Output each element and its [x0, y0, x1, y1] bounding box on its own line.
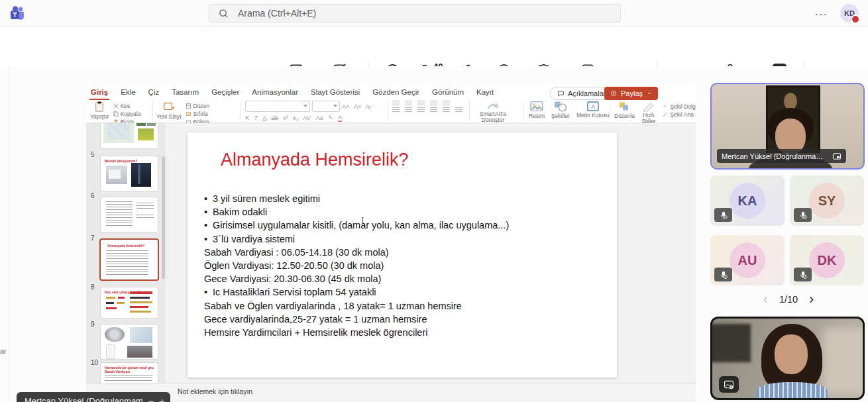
shape-outline-button[interactable]: Şekil Ana Hattı [662, 111, 696, 118]
clear-format-button[interactable]: A̷ [366, 103, 370, 110]
zoom-in-button[interactable]: + [159, 395, 165, 402]
teams-window: ... KD 30:13 Başlat Öne çıkarma [0, 0, 868, 402]
tab-gozden-gecir[interactable]: Gözden Geçir [371, 86, 421, 100]
shared-window-label: Mertcan Yüksel (Doğrulanmamış) [25, 396, 142, 402]
participant-avatar: AU [730, 242, 765, 278]
new-slide-button[interactable]: Yeni Slayt [156, 101, 182, 120]
paste-button[interactable]: Yapıştır [90, 101, 109, 120]
smartart-convert-button[interactable]: SmartArt'a Dönüştür [474, 101, 512, 124]
shape-fill-button[interactable]: Şekil Dolgusu [662, 103, 696, 110]
tab-slayt-gosterisi[interactable]: Slayt Gösterisi [309, 86, 361, 100]
highlight-button[interactable]: ✎ [328, 114, 333, 121]
shapes-button[interactable]: Şekiller [551, 101, 570, 119]
tab-tasarim[interactable]: Tasarım [170, 86, 200, 100]
copy-button[interactable]: Kopyala [113, 111, 141, 117]
subscript-button[interactable]: x₂ [293, 114, 298, 121]
participant-tile-dk[interactable]: DK [790, 235, 864, 285]
cut-button[interactable]: Kes [113, 103, 141, 109]
ppt-share-button[interactable]: Paylaş [604, 87, 658, 100]
grow-font-button[interactable]: A˄ [342, 103, 350, 110]
ribbon: Yapıştır Kes Kopyala Biçim Yeni Slayt Dü… [86, 99, 696, 123]
arrange-button[interactable]: Düzenle [614, 101, 635, 119]
tab-gecisler[interactable]: Geçişler [210, 86, 241, 100]
justify-button[interactable] [430, 107, 437, 113]
thumbnail-slide-4[interactable] [101, 123, 158, 148]
pager-previous-chevron[interactable] [761, 295, 770, 304]
speaker-name-plate: Mertcan Yüksel (Doğrulanmamış) [717, 149, 846, 163]
align-left-button[interactable] [392, 107, 400, 113]
change-case-button[interactable]: Aa [315, 114, 323, 121]
text-box-button[interactable]: A Metin Kutusu [576, 101, 610, 119]
superscript-button[interactable]: x² [283, 114, 288, 121]
tab-animasyonlar[interactable]: Animasyonlar [250, 86, 299, 100]
underline-button[interactable]: A [262, 114, 266, 121]
user-avatar[interactable]: KD [840, 4, 859, 23]
speaker-video-tile[interactable]: Mertcan Yüksel (Doğrulanmamış) [710, 83, 865, 170]
decrease-indent-button[interactable] [417, 101, 425, 106]
thumbnail-slide-8[interactable]: Kaç saat çalışıyorum? [101, 287, 158, 318]
zoom-out-button[interactable]: − [148, 395, 154, 402]
mic-off-badge [794, 208, 812, 222]
title-bar: ... KD [0, 0, 868, 27]
meeting-toolbar: 30:13 Başlat Öne çıkarma Sohbet 40 [0, 27, 868, 67]
teams-logo-icon [9, 5, 27, 25]
mic-off-badge [714, 268, 732, 281]
number-list-button[interactable] [405, 101, 412, 106]
reset-button[interactable]: Sıfırla [186, 111, 210, 117]
participant-tile-au[interactable]: AU [710, 235, 785, 285]
mic-off-badge [794, 268, 812, 281]
window-more-button[interactable]: ... [815, 6, 828, 18]
bullet-list-button[interactable] [392, 101, 400, 106]
slide-title-textbox[interactable]: Almanyada Hemsirelik? [221, 150, 409, 170]
font-name-combo[interactable] [245, 101, 310, 112]
character-spacing-button[interactable]: AV [303, 114, 311, 121]
notes-pane[interactable]: Not eklemek için tıklayın [86, 383, 696, 402]
line-spacing-button[interactable] [443, 101, 450, 106]
thumbnail-slide-6[interactable] [101, 197, 158, 232]
search-icon [219, 9, 229, 19]
search-bar [209, 4, 621, 23]
layout-button[interactable]: Düzen [186, 103, 210, 109]
thumbnail-slide-9[interactable] [101, 325, 158, 359]
background-effects-icon[interactable] [719, 376, 739, 393]
tab-ekle[interactable]: Ekle [119, 86, 136, 100]
pager-next-chevron[interactable] [807, 295, 816, 304]
svg-text:A: A [591, 103, 595, 110]
bold-button[interactable]: K [245, 114, 249, 121]
thumbnail-scrollbar[interactable] [162, 156, 165, 279]
text-cursor: I [361, 216, 367, 225]
align-right-button[interactable] [417, 107, 425, 113]
font-color-button[interactable]: A [338, 113, 342, 122]
chevron-down-icon [647, 91, 652, 96]
align-center-button[interactable] [405, 107, 412, 113]
thumbnail-slide-5[interactable]: Nerede çalışıyorum? [101, 156, 158, 191]
ppt-share-icon [610, 90, 617, 97]
strikethrough-button[interactable]: ab [272, 114, 279, 121]
italic-button[interactable]: T [254, 114, 258, 121]
tab-ciz[interactable]: Çiz [147, 86, 161, 100]
participant-tile-ka[interactable]: KA [710, 176, 785, 226]
tab-giris[interactable]: Giriş [89, 86, 109, 100]
tab-kayit[interactable]: Kayıt [475, 86, 495, 100]
shared-window-control-bar: Mertcan Yüksel (Doğrulanmamış) − + [17, 392, 170, 402]
current-slide: Almanyada Hemsirelik? •3 yil süren mesle… [188, 132, 617, 377]
slide-body-textbox[interactable]: •3 yil süren meslek egitimi •Bakim odakl… [204, 192, 509, 339]
desktop-artifact-text: ar [0, 347, 7, 355]
quick-styles-button[interactable]: Hızlı Stiller [641, 101, 655, 125]
text-direction-button[interactable] [443, 107, 450, 113]
busy-status-dot [851, 15, 860, 24]
participant-tile-sy[interactable]: SY [790, 176, 864, 226]
font-size-combo[interactable] [312, 101, 340, 112]
thumbnail-slide-7-selected[interactable]: Almanyada Hemsirelik? [101, 240, 158, 279]
tab-gorunum[interactable]: Görünüm [431, 86, 465, 100]
columns-button[interactable] [455, 107, 462, 113]
participant-avatar: DK [809, 242, 845, 278]
increase-indent-button[interactable] [430, 101, 437, 106]
insert-picture-button[interactable]: Resim [529, 101, 545, 119]
self-video-tile[interactable] [710, 317, 865, 400]
participant-avatar: SY [809, 183, 845, 219]
shrink-font-button[interactable]: A˅ [354, 103, 362, 110]
search-input[interactable] [237, 7, 597, 19]
pip-icon [832, 152, 841, 161]
mic-off-badge [714, 208, 732, 222]
